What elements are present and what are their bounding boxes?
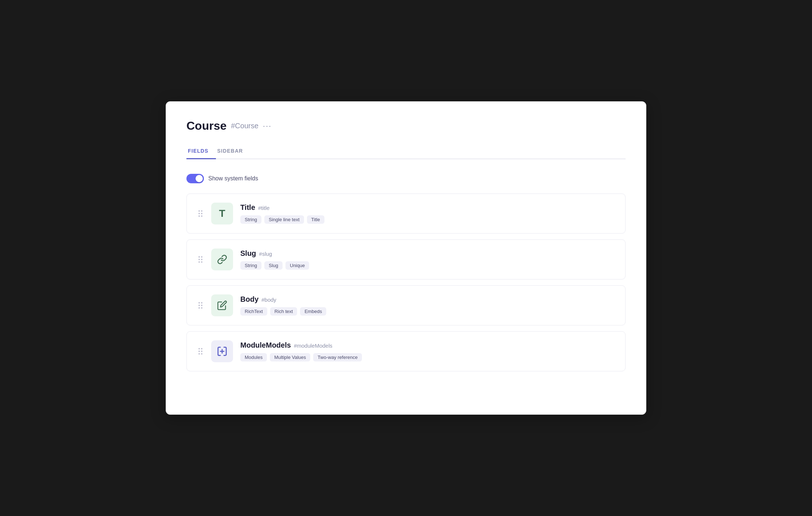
field-card-body: Body #body RichText Rich text Embeds: [186, 285, 626, 325]
drag-dot: [201, 215, 202, 217]
tag-slug: Slug: [264, 261, 283, 270]
tag-string: String: [240, 261, 261, 270]
tag-rich-text: Rich text: [270, 307, 297, 316]
field-card-modulemodels: ModuleModels #moduleModels Modules Multi…: [186, 331, 626, 371]
field-card-title: T Title #title String Single line text T…: [186, 193, 626, 234]
tag-modules: Modules: [240, 353, 267, 361]
tag-single-line-text: Single line text: [264, 215, 304, 224]
field-hash: #slug: [259, 251, 272, 257]
drag-dot: [201, 256, 202, 258]
drag-dot: [198, 351, 200, 352]
drag-handle[interactable]: [197, 301, 204, 310]
drag-dot: [201, 353, 202, 355]
drag-dot: [198, 256, 200, 258]
drag-dot: [198, 307, 200, 309]
drag-dot: [198, 302, 200, 304]
field-info-title: Title #title String Single line text Tit…: [240, 203, 615, 224]
tag-string: String: [240, 215, 261, 224]
drag-dot: [198, 305, 200, 306]
tag-multiple-values: Multiple Values: [270, 353, 310, 361]
field-icon-title: T: [211, 203, 233, 224]
field-hash: #moduleModels: [294, 343, 332, 349]
field-icon-modulemodels: [211, 340, 233, 362]
field-name-row: Slug #slug: [240, 249, 615, 258]
drag-dot: [198, 213, 200, 214]
field-info-slug: Slug #slug String Slug Unique: [240, 249, 615, 270]
drag-handle[interactable]: [197, 255, 204, 264]
header: Course #Course ···: [186, 119, 626, 133]
main-window: Course #Course ··· FIELDS SIDEBAR Show s…: [166, 101, 646, 415]
tag-richtext: RichText: [240, 307, 267, 316]
tab-fields[interactable]: FIELDS: [186, 144, 216, 159]
page-hash: #Course: [231, 122, 259, 130]
field-info-body: Body #body RichText Rich text Embeds: [240, 295, 615, 316]
field-tags: RichText Rich text Embeds: [240, 307, 615, 316]
drag-dot: [201, 213, 202, 214]
field-icon-body: [211, 294, 233, 316]
toggle-row: Show system fields: [186, 174, 626, 183]
tag-two-way-reference: Two-way reference: [313, 353, 362, 361]
field-name-row: Body #body: [240, 295, 615, 304]
drag-dot: [201, 302, 202, 304]
show-system-fields-toggle[interactable]: [186, 174, 204, 183]
fields-list: T Title #title String Single line text T…: [186, 193, 626, 371]
tag-embeds: Embeds: [300, 307, 326, 316]
more-options-button[interactable]: ···: [263, 121, 272, 131]
field-name: Title: [240, 203, 255, 212]
field-tags: String Single line text Title: [240, 215, 615, 224]
field-card-slug: Slug #slug String Slug Unique: [186, 239, 626, 280]
drag-dot: [201, 210, 202, 212]
drag-dot: [201, 305, 202, 306]
field-name: Slug: [240, 249, 256, 258]
drag-dot: [198, 215, 200, 217]
field-tags: Modules Multiple Values Two-way referenc…: [240, 353, 615, 361]
drag-dot: [201, 259, 202, 260]
drag-handle[interactable]: [197, 209, 204, 218]
drag-dot: [201, 307, 202, 309]
drag-dot: [198, 210, 200, 212]
field-icon-slug: [211, 249, 233, 270]
tag-unique: Unique: [285, 261, 309, 270]
field-name: ModuleModels: [240, 341, 291, 349]
field-info-modulemodels: ModuleModels #moduleModels Modules Multi…: [240, 341, 615, 361]
field-name: Body: [240, 295, 259, 304]
tabs-container: FIELDS SIDEBAR: [186, 144, 626, 159]
drag-dot: [198, 353, 200, 355]
drag-dot: [198, 261, 200, 263]
drag-dot: [198, 348, 200, 349]
tab-sidebar[interactable]: SIDEBAR: [216, 144, 251, 159]
field-name-row: Title #title: [240, 203, 615, 212]
drag-dot: [198, 259, 200, 260]
field-hash: #title: [258, 205, 270, 211]
field-tags: String Slug Unique: [240, 261, 615, 270]
field-hash: #body: [261, 297, 276, 303]
tag-title: Title: [307, 215, 324, 224]
drag-dot: [201, 261, 202, 263]
field-name-row: ModuleModels #moduleModels: [240, 341, 615, 349]
toggle-label: Show system fields: [208, 175, 258, 182]
drag-handle[interactable]: [197, 347, 204, 356]
drag-dot: [201, 351, 202, 352]
drag-dot: [201, 348, 202, 349]
page-title: Course: [186, 119, 226, 133]
